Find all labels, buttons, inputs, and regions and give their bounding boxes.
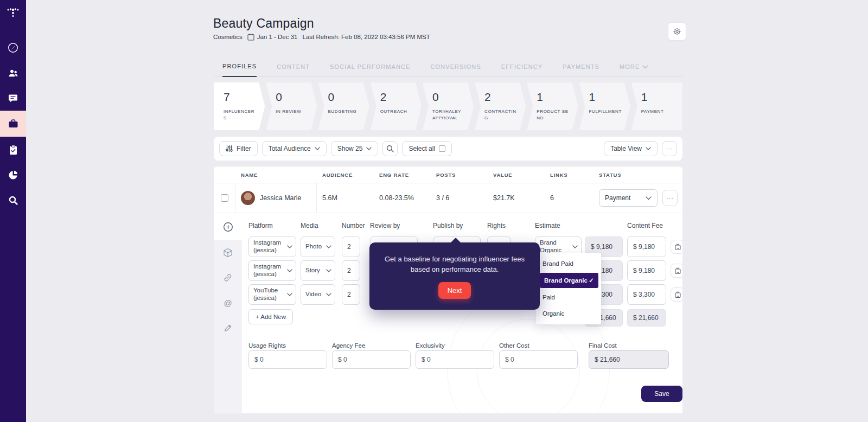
detail-col-platform: Platform	[248, 222, 273, 229]
search-button[interactable]	[382, 141, 398, 156]
audience-value: 5.6M	[317, 183, 374, 213]
agency-fee-input[interactable]: $ 0	[332, 350, 411, 369]
compose-icon[interactable]	[0, 35, 26, 60]
tagger-logo-icon[interactable]	[0, 4, 26, 23]
links-tab[interactable]	[214, 265, 242, 290]
exclusivity-input[interactable]: $ 0	[416, 350, 494, 369]
stage-approval[interactable]: 0TORI/HALEY APPROVAL	[423, 82, 474, 130]
tab-social-performance[interactable]: SOCIAL PERFORMANCE	[330, 63, 410, 76]
menu-option-paid[interactable]: Paid	[536, 289, 601, 305]
table-view-dropdown[interactable]: Table View	[604, 141, 658, 156]
chevron-down-icon	[646, 147, 651, 150]
number-input[interactable]: 2	[342, 260, 360, 281]
pie-chart-icon[interactable]	[0, 162, 26, 187]
stage-product-send[interactable]: 1PRODUCT SEND	[527, 82, 578, 130]
media-select[interactable]: Story	[301, 260, 335, 281]
media-select[interactable]: Photo	[301, 236, 335, 257]
menu-option-brand-organic[interactable]: Brand Organic ✓	[540, 273, 598, 288]
filter-button[interactable]: Filter	[219, 141, 258, 156]
stage-in-review[interactable]: 0IN REVIEW	[266, 82, 317, 130]
col-posts: POSTS	[431, 172, 488, 178]
pencil-icon	[224, 323, 233, 333]
tab-efficiency[interactable]: EFFICIENCY	[501, 63, 542, 76]
stage-budgeting[interactable]: 0BUDGETING	[318, 82, 369, 130]
status-dropdown[interactable]: Payment	[599, 189, 658, 207]
users-icon[interactable]	[0, 61, 26, 86]
toolbar-more-button[interactable]: ···	[662, 141, 677, 156]
eng-rate-value: 0.08-23.5%	[374, 183, 431, 213]
stage-outreach[interactable]: 2OUTREACH	[371, 82, 422, 130]
campaign-tabs: PROFILES CONTENT SOCIAL PERFORMANCE CONV…	[214, 56, 682, 77]
content-fee-input[interactable]: $ 3,300	[627, 284, 666, 305]
page-title: Beauty Campaign	[213, 16, 314, 31]
list-toolbar: Filter Total Audience Show 25 Select all…	[214, 137, 682, 161]
usage-rights-input[interactable]: $ 0	[248, 350, 327, 369]
detail-col-estimate: Estimate	[535, 222, 560, 229]
show-count-dropdown[interactable]: Show 25	[331, 141, 379, 156]
app-window: Beauty Campaign Cosmetics Jan 1 - Dec 31…	[0, 0, 868, 422]
media-select[interactable]: Video	[301, 284, 335, 305]
tab-conversions[interactable]: CONVERSIONS	[430, 63, 481, 76]
menu-option-brand-paid[interactable]: Brand Paid	[536, 255, 601, 272]
mentions-tab[interactable]: @	[214, 290, 242, 315]
other-cost-label: Other Cost	[499, 342, 529, 349]
save-button[interactable]: Save	[641, 386, 682, 402]
detail-col-publish-by: Publish by	[433, 222, 463, 229]
notes-tab[interactable]	[214, 315, 242, 340]
content-fee-total: $ 21,660	[627, 309, 666, 327]
platform-select[interactable]: YouTube (jessica)	[248, 284, 296, 305]
trash-icon	[674, 291, 681, 298]
final-cost-label: Final Cost	[589, 342, 617, 349]
tab-profiles[interactable]: PROFILES	[222, 63, 257, 77]
col-eng-rate: ENG RATE	[374, 172, 431, 178]
number-input[interactable]: 2	[342, 284, 360, 305]
detail-col-media: Media	[301, 222, 318, 229]
settings-button[interactable]	[668, 22, 686, 41]
stage-contracting[interactable]: 2CONTRACTING	[475, 82, 526, 130]
platform-select[interactable]: Instagram (jessica)	[248, 236, 296, 257]
chevron-down-icon	[287, 269, 292, 272]
content-fee-input[interactable]: $ 9,180	[627, 260, 666, 281]
content-fee-input[interactable]: $ 9,180	[627, 236, 666, 257]
stage-payment[interactable]: 1PAYMENT	[631, 82, 682, 130]
select-all-button[interactable]: Select all	[402, 141, 452, 156]
platform-select[interactable]: Instagram (jessica)	[248, 260, 296, 281]
chevron-down-icon	[326, 293, 331, 296]
audience-dropdown[interactable]: Total Audience	[262, 141, 327, 156]
col-links: LINKS	[545, 172, 593, 178]
briefcase-icon[interactable]	[0, 111, 26, 137]
tab-payments[interactable]: PAYMENTS	[563, 63, 599, 76]
gear-icon	[673, 27, 681, 36]
tab-more[interactable]: MORE	[620, 63, 648, 76]
chevron-down-icon	[315, 147, 320, 150]
estimate-type-menu: Brand Paid Brand Organic ✓ Paid Organic	[536, 253, 601, 324]
delete-row-button[interactable]	[671, 287, 682, 302]
chat-icon[interactable]	[0, 86, 26, 111]
search-nav-icon[interactable]	[0, 188, 26, 213]
menu-option-organic[interactable]: Organic	[536, 305, 601, 322]
clipboard-check-icon[interactable]	[0, 137, 26, 162]
other-cost-input[interactable]: $ 0	[499, 350, 578, 369]
detail-col-number: Number	[342, 222, 365, 229]
row-checkbox[interactable]	[221, 194, 228, 202]
tab-content[interactable]: CONTENT	[277, 63, 310, 76]
link-icon	[223, 273, 233, 283]
value-amount: $21.7K	[488, 183, 545, 213]
chevron-down-icon	[572, 245, 578, 248]
next-button[interactable]: Next	[438, 282, 471, 299]
plus-circle-icon	[223, 222, 233, 232]
stage-influencers[interactable]: 7INFLUENCERS	[214, 82, 265, 130]
stage-fulfillment[interactable]: 1FULFILLMENT	[579, 82, 630, 130]
delete-row-button[interactable]	[671, 240, 682, 254]
row-more-button[interactable]: ···	[662, 190, 678, 206]
select-all-checkbox[interactable]	[439, 145, 445, 152]
date-range: Jan 1 - Dec 31	[247, 33, 298, 41]
budget-tab[interactable]	[214, 213, 242, 240]
number-input[interactable]: 2	[342, 236, 360, 257]
product-tab[interactable]	[214, 240, 242, 265]
search-icon	[386, 145, 394, 152]
onboarding-tooltip: Get a baseline for negotiating influence…	[369, 242, 540, 310]
calendar-icon	[247, 33, 254, 41]
delete-row-button[interactable]	[671, 264, 682, 278]
add-new-button[interactable]: + Add New	[248, 309, 293, 324]
